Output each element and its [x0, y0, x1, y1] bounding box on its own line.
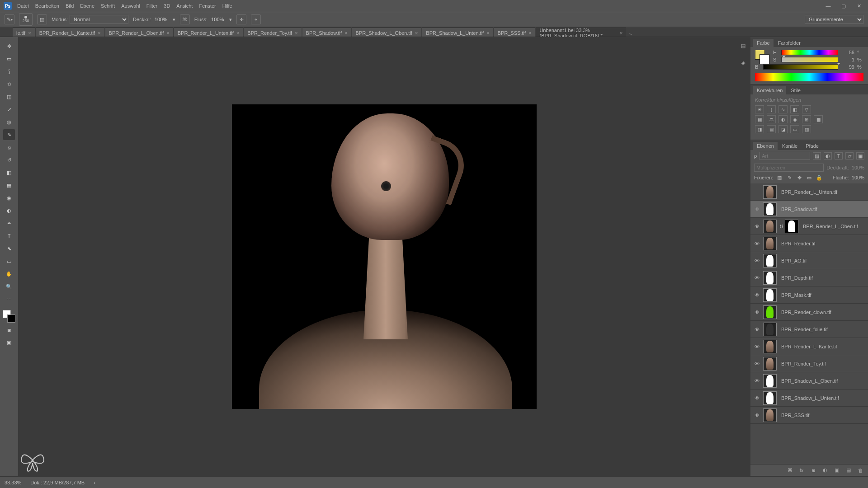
layer-row[interactable]: 👁BPR_Render_folie.tif	[750, 321, 868, 338]
tab-farbfelder[interactable]: Farbfelder	[774, 39, 804, 47]
document-tab[interactable]: BPR_Render_L_Kante.tif×	[36, 28, 104, 37]
hue-value[interactable]: 56	[841, 50, 854, 55]
layer-name[interactable]: BPR_Render.tif	[779, 241, 865, 246]
tab-close-icon[interactable]: ×	[344, 30, 347, 36]
properties-panel-icon[interactable]: ◈	[738, 58, 748, 68]
document-tab[interactable]: Unbenannt1 bei 33.3% (BPR_Shadow.tif, RG…	[536, 28, 626, 37]
layer-row[interactable]: 👁⛓BPR_Render_L_Oben.tif	[750, 218, 868, 235]
fill-value[interactable]: 100%	[852, 175, 864, 180]
adj-colorlookup-icon[interactable]: ▩	[814, 115, 823, 123]
quick-mask-toggle[interactable]: ◙	[3, 324, 15, 335]
canvas-workspace[interactable]	[18, 37, 750, 476]
layer-thumbnail[interactable]	[763, 288, 777, 302]
layer-row[interactable]: 👁BPR_Shadow.tif	[750, 201, 868, 218]
adj-threshold-icon[interactable]: ◪	[778, 125, 788, 133]
layer-name[interactable]: BPR_Render_L_Unten.tif	[779, 189, 865, 195]
menu-3d[interactable]: 3D	[164, 3, 170, 9]
adj-channelmixer-icon[interactable]: ⊞	[802, 115, 811, 123]
filter-pixel-icon[interactable]: ▨	[813, 152, 821, 160]
filter-smart-icon[interactable]: ▣	[856, 152, 864, 160]
layer-row[interactable]: 👁BPR_Mask.tif	[750, 286, 868, 304]
layer-mask-thumbnail[interactable]	[785, 220, 798, 233]
bri-slider[interactable]	[763, 64, 838, 70]
edit-toolbar[interactable]: ⋯	[3, 294, 15, 305]
layer-visibility-toggle[interactable]: 👁	[750, 413, 763, 418]
adj-colorbalance-icon[interactable]: ⚖	[767, 115, 776, 123]
layer-name[interactable]: BPR_Render_folie.tif	[779, 327, 865, 332]
adj-posterize-icon[interactable]: ▤	[767, 125, 776, 133]
layer-visibility-toggle[interactable]: 👁	[750, 361, 763, 366]
menu-datei[interactable]: Datei	[17, 3, 29, 9]
layer-name[interactable]: BPR_SSS.tif	[779, 413, 865, 418]
layer-name[interactable]: BPR_AO.tif	[779, 258, 865, 263]
sat-slider[interactable]	[781, 57, 838, 62]
lock-all-icon[interactable]: 🔒	[816, 174, 823, 181]
tab-close-icon[interactable]: ×	[486, 30, 489, 36]
layer-name[interactable]: BPR_Render_Toy.tif	[779, 361, 865, 366]
menu-bearbeiten[interactable]: Bearbeiten	[35, 3, 59, 9]
layer-name[interactable]: BPR_Depth.tif	[779, 275, 865, 281]
lasso-tool[interactable]: ⟆	[3, 66, 15, 77]
layer-visibility-toggle[interactable]: 👁	[750, 378, 763, 384]
menu-bild[interactable]: Bild	[66, 3, 74, 9]
menu-schrift[interactable]: Schrift	[101, 3, 115, 9]
layer-row[interactable]: 👁BPR_Shadow_L_Oben.tif	[750, 372, 868, 389]
tab-close-icon[interactable]: ×	[528, 30, 531, 36]
layer-name[interactable]: BPR_Render_clown.tif	[779, 310, 865, 315]
layer-visibility-toggle[interactable]: 👁	[750, 241, 763, 246]
menu-ebene[interactable]: Ebene	[80, 3, 94, 9]
workspace-switcher[interactable]: Grundelemente	[805, 15, 863, 24]
layer-visibility-toggle[interactable]: 👁	[750, 224, 763, 229]
eyedropper-tool[interactable]: ⤢	[3, 104, 15, 115]
tab-pfade[interactable]: Pfade	[802, 142, 822, 150]
tab-close-icon[interactable]: ×	[415, 30, 418, 36]
flow-input[interactable]	[209, 16, 227, 23]
document-tab[interactable]: BPR_Shadow_L_Unten.tif×	[422, 28, 493, 37]
layer-row[interactable]: 👁BPR_SSS.tif	[750, 407, 868, 424]
airbrush-icon[interactable]: ✈	[236, 14, 246, 24]
clone-stamp-tool[interactable]: ⧅	[3, 142, 15, 153]
layer-visibility-toggle[interactable]: 👁	[750, 327, 763, 332]
layer-thumbnail[interactable]	[763, 408, 777, 422]
tab-stile[interactable]: Stile	[787, 86, 804, 94]
rectangle-tool[interactable]: ▭	[3, 256, 15, 267]
delete-layer-icon[interactable]: 🗑	[856, 467, 864, 474]
move-tool[interactable]: ✥	[3, 41, 15, 52]
document-tab[interactable]: BPR_Render_Toy.tif×	[244, 28, 301, 37]
layer-name[interactable]: BPR_Shadow.tif	[779, 206, 865, 212]
adj-photofilter-icon[interactable]: ◉	[790, 115, 799, 123]
tab-close-icon[interactable]: ×	[620, 30, 623, 36]
adj-invert-icon[interactable]: ◨	[755, 125, 764, 133]
adj-vibrance-icon[interactable]: ▽	[802, 105, 811, 113]
magic-wand-tool[interactable]: ✩	[3, 79, 15, 89]
eraser-tool[interactable]: ◧	[3, 167, 15, 178]
blur-tool[interactable]: ◉	[3, 192, 15, 203]
layer-thumbnail[interactable]	[763, 357, 777, 371]
brush-panel-toggle[interactable]: ▨	[37, 14, 47, 24]
layer-visibility-toggle[interactable]: 👁	[750, 258, 763, 263]
brush-preset-picker[interactable]: 250	[19, 13, 33, 26]
layer-thumbnail[interactable]	[763, 185, 777, 199]
new-group-icon[interactable]: ▣	[833, 467, 841, 474]
type-tool[interactable]: T	[3, 230, 15, 241]
layer-visibility-toggle[interactable]: 👁	[750, 344, 763, 349]
crop-tool[interactable]: ◫	[3, 91, 15, 102]
lock-pixels-icon[interactable]: ✎	[786, 174, 793, 181]
layer-fx-icon[interactable]: fx	[797, 467, 806, 474]
layer-name[interactable]: BPR_Render_L_Oben.tif	[801, 224, 865, 229]
menu-filter[interactable]: Filter	[146, 3, 157, 9]
lock-transparency-icon[interactable]: ▨	[776, 174, 783, 181]
color-swatch-large[interactable]	[755, 50, 769, 64]
adj-levels-icon[interactable]: ⫿	[767, 105, 776, 113]
maximize-button[interactable]: ▢	[838, 2, 849, 9]
history-brush-tool[interactable]: ↺	[3, 155, 15, 165]
adj-curves-icon[interactable]: ∿	[778, 105, 788, 113]
layer-name[interactable]: BPR_Shadow_L_Oben.tif	[779, 378, 865, 384]
tabs-overflow-icon[interactable]: »	[629, 31, 632, 37]
filter-type-icon[interactable]: T	[835, 152, 843, 160]
opacity-pressure-icon[interactable]: ⌘	[180, 14, 190, 24]
healing-brush-tool[interactable]: ◍	[3, 117, 15, 127]
tab-close-icon[interactable]: ×	[236, 30, 239, 36]
hand-tool[interactable]: ✋	[3, 268, 15, 279]
tab-ebenen[interactable]: Ebenen	[753, 142, 778, 150]
